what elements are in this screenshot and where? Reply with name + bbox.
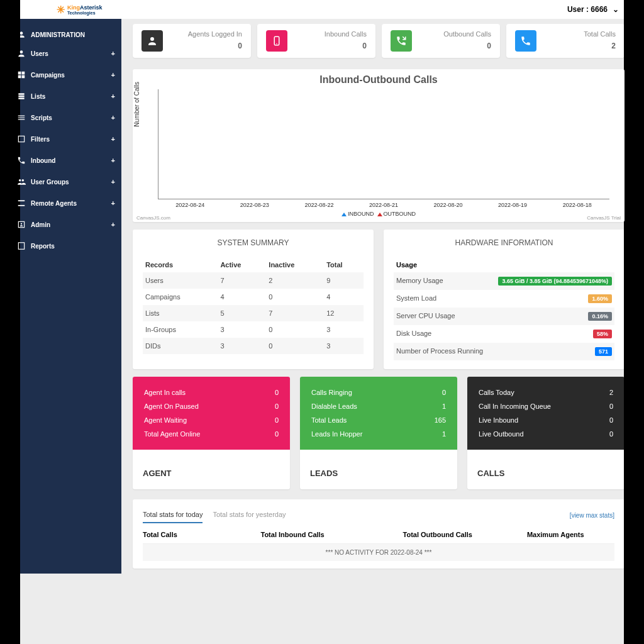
stats-columns: Total CallsTotal Inbound CallsTotal Outb… [143,523,614,544]
table-row: DIDs303 [143,338,364,354]
status-badge: 1.60% [588,294,612,303]
expand-icon: + [111,178,115,186]
status-badge: 3.65 GiB / 3.85 GiB (94.884539671048%) [498,277,612,286]
table-row: Server CPU Usage0.16% [394,308,614,325]
panel-hardware-info: HARDWARE INFORMATION Usage Memory Usage3… [384,230,625,369]
card-leads: Calls Ringing0Dialable Leads1Total Leads… [300,377,457,489]
table-row: Disk Usage58% [394,325,614,343]
svg-point-6 [19,179,21,182]
svg-rect-8 [18,200,25,201]
content: Agents Logged In0 Inbound Calls0 Outboun… [121,19,636,574]
expand-icon: + [111,221,115,228]
system-summary-table: RecordsActiveInactiveTotal Users729Campa… [143,257,364,354]
total-calls-icon [515,30,536,52]
users-icon [17,49,26,58]
groups-icon [17,177,26,186]
sidebar-item-scripts[interactable]: Scripts+ [8,107,121,128]
logo[interactable]: ✳ KingAsterisk Technologies [57,4,103,16]
metric-row: Agent Waiting0 [144,413,279,427]
chevron-down-icon: ⌄ [613,5,619,14]
sidebar-item-remote-agents[interactable]: Remote Agents+ [8,192,121,214]
metric-row: Leads In Hopper1 [311,427,446,441]
user-menu[interactable]: User : 6666 ⌄ [567,5,619,14]
remote-agents-icon [17,199,26,208]
admin-item-icon [17,220,26,229]
expand-icon: + [111,135,115,143]
svg-rect-12 [18,243,24,250]
no-activity-message: *** NO ACTIVITY FOR 2022-08-24 *** [143,544,614,561]
chart-area [158,89,609,199]
sidebar: ADMINISTRATION Users+ Campaigns+ Lists+ … [8,19,121,574]
chart-inbound-outbound: Inbound-Outbound Calls Number of Calls 2… [133,69,625,222]
panel-system-summary: SYSTEM SUMMARY RecordsActiveInactiveTota… [133,230,374,369]
metric-row: Agent In calls0 [144,386,279,399]
tab-yesterday[interactable]: Total stats for yesterday [213,507,286,523]
link-view-max-stats[interactable]: [view max stats] [570,512,614,519]
table-row: Lists5712 [143,305,364,321]
campaigns-icon [17,70,26,79]
tab-today[interactable]: Total stats for today [143,507,203,523]
metric-row: Dialable Leads1 [311,399,446,413]
svg-point-13 [150,37,154,41]
logo-icon: ✳ [57,4,65,16]
phone-icon [17,156,26,165]
decoration-right [624,0,644,644]
status-badge: 571 [595,347,612,356]
status-badge: 0.16% [588,312,612,321]
svg-point-0 [20,50,23,53]
metric-row: Live Inbound0 [479,413,613,427]
expand-icon: + [111,92,115,100]
chart-brand: CanvasJS.com [136,215,170,221]
card-calls: Calls Today2Call In Incoming Queue0Live … [467,377,625,489]
sidebar-item-inbound[interactable]: Inbound+ [8,150,121,171]
outbound-icon [391,30,412,52]
sidebar-item-filters[interactable]: Filters+ [8,128,121,150]
chart-title: Inbound-Outbound Calls [135,74,622,86]
svg-rect-1 [18,72,21,75]
metric-row: Live Outbound0 [479,427,613,441]
metric-row: Calls Ringing0 [311,386,446,399]
card-agent: Agent In calls0Agent On Paused0Agent Wai… [133,377,290,489]
stat-outbound-calls: Outbound Calls0 [382,24,500,58]
logo-subtitle: Technologies [67,11,103,15]
stat-total-calls: Total Calls2 [506,24,625,58]
stat-agents-logged-in: Agents Logged In0 [133,24,251,58]
chart-trial: CanvasJS Trial [587,215,621,221]
expand-icon: + [111,199,115,207]
topbar: ✳ KingAsterisk Technologies User : 6666 … [0,0,644,19]
svg-rect-3 [18,75,21,79]
table-row: Users729 [143,272,364,289]
expand-icon: + [111,71,115,79]
scripts-icon [17,113,26,122]
stat-inbound-calls: Inbound Calls0 [257,24,375,58]
sidebar-item-reports[interactable]: Reports [8,235,121,257]
table-row: Campaigns404 [143,289,364,305]
sidebar-item-campaigns[interactable]: Campaigns+ [8,64,121,86]
expand-icon: + [111,50,115,57]
table-row: System Load1.60% [394,290,614,308]
sidebar-item-lists[interactable]: Lists+ [8,86,121,107]
hardware-table: Usage Memory Usage3.65 GiB / 3.85 GiB (9… [394,257,614,360]
sidebar-item-user-groups[interactable]: User Groups+ [8,171,121,192]
sidebar-item-admin[interactable]: Admin+ [8,214,121,235]
svg-rect-5 [18,136,24,142]
svg-rect-9 [18,205,25,206]
agents-icon [142,30,163,52]
metric-row: Agent On Paused0 [144,399,279,413]
sidebar-heading: ADMINISTRATION [8,26,121,43]
expand-icon: + [111,114,115,121]
sidebar-item-users[interactable]: Users+ [8,43,121,64]
inbound-icon [266,30,287,52]
lists-icon [17,92,26,101]
table-row: In-Groups303 [143,321,364,338]
metric-row: Total Leads165 [311,413,446,427]
filters-icon [17,135,26,143]
chart-legend: INBOUND OUTBOUND [135,211,622,217]
user-label: User : 6666 [567,5,608,14]
expand-icon: + [111,157,115,164]
panel-total-stats: Total stats for today Total stats for ye… [133,499,625,569]
metric-row: Total Agent Online0 [144,427,279,441]
table-row: Memory Usage3.65 GiB / 3.85 GiB (94.8845… [394,272,614,290]
chart-ylabel: Number of Calls [133,81,140,126]
chart-xticks: 2022-08-242022-08-232022-08-222022-08-21… [158,202,609,208]
